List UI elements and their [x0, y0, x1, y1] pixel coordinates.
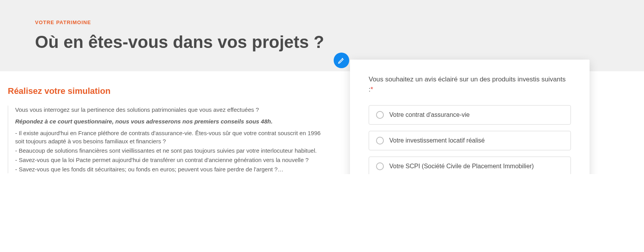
simulation-bullet: - Savez-vous que les fonds dit sécuritai…: [15, 165, 327, 174]
eyebrow-label: VOTRE PATRIMOINE: [35, 19, 644, 25]
form-question-text: Vous souhaitez un avis éclairé sur un de…: [369, 76, 566, 93]
option-label: Votre SCPI (Société Civile de Placement …: [389, 163, 534, 170]
content-area: Réalisez votre simulation Vous vous inte…: [0, 71, 644, 173]
simulation-panel: Réalisez votre simulation Vous vous inte…: [0, 86, 327, 173]
simulation-bold-line: Répondez à ce court questionnaire, nous …: [15, 117, 327, 126]
required-mark: *: [371, 86, 373, 93]
simulation-body: Vous vous interrogez sur la pertinence d…: [8, 106, 327, 173]
pencil-icon: [338, 56, 345, 64]
radio-icon: [376, 111, 384, 119]
form-card: Vous souhaitez un avis éclairé sur un de…: [350, 60, 590, 174]
page-title: Où en êtes-vous dans vos projets ?: [35, 32, 644, 52]
form-body: Vous souhaitez un avis éclairé sur un de…: [350, 60, 590, 174]
option-label: Votre contrat d'assurance-vie: [389, 111, 470, 118]
radio-icon: [376, 137, 384, 145]
form-question: Vous souhaitez un avis éclairé sur un de…: [369, 74, 571, 94]
simulation-intro: Vous vous interrogez sur la pertinence d…: [15, 106, 327, 114]
radio-icon: [376, 162, 384, 170]
simulation-heading: Réalisez votre simulation: [8, 86, 327, 96]
option-assurance-vie[interactable]: Votre contrat d'assurance-vie: [369, 105, 571, 125]
simulation-bullet: - Il existe aujourd'hui en France plétho…: [15, 129, 327, 146]
simulation-bullet: - Savez-vous que la loi Pacte permet auj…: [15, 156, 327, 164]
edit-fab[interactable]: [334, 53, 349, 68]
option-label: Votre investissement locatif réalisé: [389, 137, 485, 144]
option-scpi[interactable]: Votre SCPI (Société Civile de Placement …: [369, 157, 571, 174]
simulation-bullet: - Beaucoup de solutions financières sont…: [15, 146, 327, 155]
option-investissement-locatif[interactable]: Votre investissement locatif réalisé: [369, 131, 571, 150]
simulation-bullet-list: - Il existe aujourd'hui en France plétho…: [15, 129, 327, 174]
